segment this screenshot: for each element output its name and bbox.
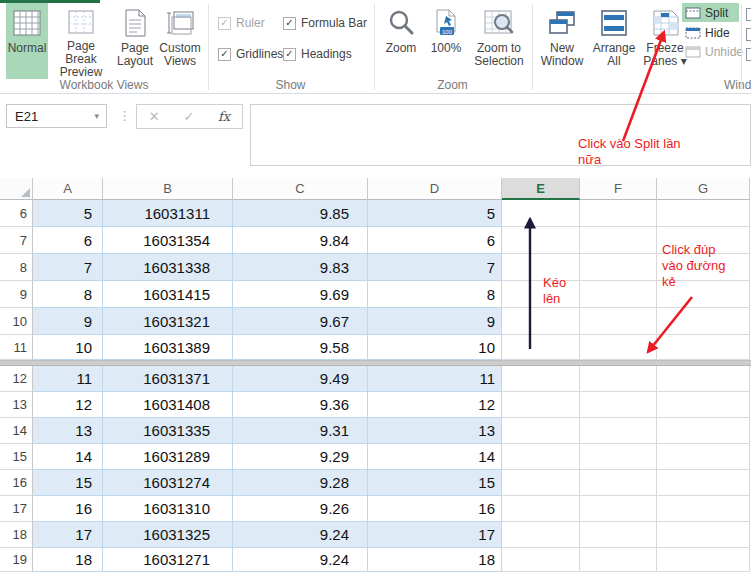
cell-E16[interactable] — [502, 470, 580, 496]
row-header-19[interactable]: 19 — [0, 548, 33, 572]
cell-E15[interactable] — [502, 444, 580, 470]
cell-E18[interactable] — [502, 522, 580, 548]
cell-E12[interactable] — [502, 366, 580, 392]
normal-view-button[interactable]: Normal — [6, 3, 48, 79]
cell-B9[interactable]: 16031415 — [103, 281, 233, 308]
cell-F18[interactable] — [580, 522, 657, 548]
cell-F7[interactable] — [580, 227, 657, 254]
cell-A6[interactable]: 5 — [33, 200, 103, 227]
row-header-6[interactable]: 6 — [0, 200, 33, 227]
cell-F15[interactable] — [580, 444, 657, 470]
cell-D15[interactable]: 14 — [368, 444, 502, 470]
cell-B18[interactable]: 16031325 — [103, 522, 233, 548]
column-header-E[interactable]: E — [502, 178, 580, 200]
cell-G18[interactable] — [657, 522, 750, 548]
cell-B7[interactable]: 16031354 — [103, 227, 233, 254]
cell-D6[interactable]: 5 — [368, 200, 502, 227]
cell-A15[interactable]: 14 — [33, 444, 103, 470]
cell-E10[interactable] — [502, 308, 580, 335]
cell-A9[interactable]: 8 — [33, 281, 103, 308]
cell-G16[interactable] — [657, 470, 750, 496]
row-header-13[interactable]: 13 — [0, 392, 33, 418]
cell-D11[interactable]: 10 — [368, 335, 502, 360]
select-all-corner[interactable] — [0, 178, 33, 200]
row-header-8[interactable]: 8 — [0, 254, 33, 281]
cancel-icon[interactable]: ✕ — [149, 109, 160, 124]
formula-bar-resize-handle[interactable]: ⋮ — [118, 108, 131, 123]
page-layout-button[interactable]: Page Layout — [113, 3, 157, 79]
column-header-B[interactable]: B — [103, 178, 233, 200]
cell-G12[interactable] — [657, 366, 750, 392]
cell-C7[interactable]: 9.84 — [233, 227, 368, 254]
cell-E6[interactable] — [502, 200, 580, 227]
cell-F11[interactable] — [580, 335, 657, 360]
cell-A7[interactable]: 6 — [33, 227, 103, 254]
headings-checkbox[interactable]: ✓ Headings — [283, 47, 352, 61]
cell-D14[interactable]: 13 — [368, 418, 502, 444]
formula-bar-checkbox[interactable]: ✓ Formula Bar — [283, 16, 367, 30]
row-header-12[interactable]: 12 — [0, 366, 33, 392]
cell-B16[interactable]: 16031274 — [103, 470, 233, 496]
arrange-all-button[interactable]: Arrange All — [589, 3, 639, 79]
row-header-14[interactable]: 14 — [0, 418, 33, 444]
cell-D16[interactable]: 15 — [368, 470, 502, 496]
cell-D8[interactable]: 7 — [368, 254, 502, 281]
cell-B13[interactable]: 16031408 — [103, 392, 233, 418]
new-window-button[interactable]: New Window — [537, 3, 587, 79]
cell-B17[interactable]: 16031310 — [103, 496, 233, 522]
cell-C16[interactable]: 9.28 — [233, 470, 368, 496]
cell-G15[interactable] — [657, 444, 750, 470]
cell-B8[interactable]: 16031338 — [103, 254, 233, 281]
column-header-G[interactable]: G — [657, 178, 750, 200]
cell-A10[interactable]: 9 — [33, 308, 103, 335]
cell-E13[interactable] — [502, 392, 580, 418]
cell-D10[interactable]: 9 — [368, 308, 502, 335]
cell-A11[interactable]: 10 — [33, 335, 103, 360]
cell-E17[interactable] — [502, 496, 580, 522]
cell-F14[interactable] — [580, 418, 657, 444]
cell-C18[interactable]: 9.24 — [233, 522, 368, 548]
cell-F16[interactable] — [580, 470, 657, 496]
cell-B11[interactable]: 16031389 — [103, 335, 233, 360]
zoom-100-button[interactable]: 100 100% — [424, 3, 468, 79]
cell-A18[interactable]: 17 — [33, 522, 103, 548]
hide-button[interactable]: Hide — [682, 23, 739, 42]
cell-F17[interactable] — [580, 496, 657, 522]
cell-F10[interactable] — [580, 308, 657, 335]
cell-G13[interactable] — [657, 392, 750, 418]
cell-B19[interactable]: 16031271 — [103, 548, 233, 572]
cell-C6[interactable]: 9.85 — [233, 200, 368, 227]
zoom-button[interactable]: Zoom — [378, 3, 424, 79]
row-header-18[interactable]: 18 — [0, 522, 33, 548]
cell-D7[interactable]: 6 — [368, 227, 502, 254]
cell-B6[interactable]: 16031311 — [103, 200, 233, 227]
row-header-11[interactable]: 11 — [0, 335, 33, 360]
cell-F9[interactable] — [580, 281, 657, 308]
cell-B15[interactable]: 16031289 — [103, 444, 233, 470]
cell-C14[interactable]: 9.31 — [233, 418, 368, 444]
cell-F8[interactable] — [580, 254, 657, 281]
cell-C11[interactable]: 9.58 — [233, 335, 368, 360]
custom-views-button[interactable]: Custom Views — [157, 3, 203, 79]
cell-A8[interactable]: 7 — [33, 254, 103, 281]
cell-G19[interactable] — [657, 548, 750, 572]
row-header-15[interactable]: 15 — [0, 444, 33, 470]
cell-E14[interactable] — [502, 418, 580, 444]
enter-icon[interactable]: ✓ — [183, 109, 194, 124]
cell-G17[interactable] — [657, 496, 750, 522]
cell-A13[interactable]: 12 — [33, 392, 103, 418]
cell-C15[interactable]: 9.29 — [233, 444, 368, 470]
name-box[interactable]: E21 ▾ — [6, 104, 107, 128]
cell-D13[interactable]: 12 — [368, 392, 502, 418]
row-header-9[interactable]: 9 — [0, 281, 33, 308]
cell-E11[interactable] — [502, 335, 580, 360]
cell-F13[interactable] — [580, 392, 657, 418]
cell-F19[interactable] — [580, 548, 657, 572]
unhide-button[interactable]: Unhide — [682, 42, 739, 61]
row-header-16[interactable]: 16 — [0, 470, 33, 496]
cell-D18[interactable]: 17 — [368, 522, 502, 548]
cell-F6[interactable] — [580, 200, 657, 227]
column-header-F[interactable]: F — [580, 178, 657, 200]
cell-A12[interactable]: 11 — [33, 366, 103, 392]
cell-C19[interactable]: 9.24 — [233, 548, 368, 572]
